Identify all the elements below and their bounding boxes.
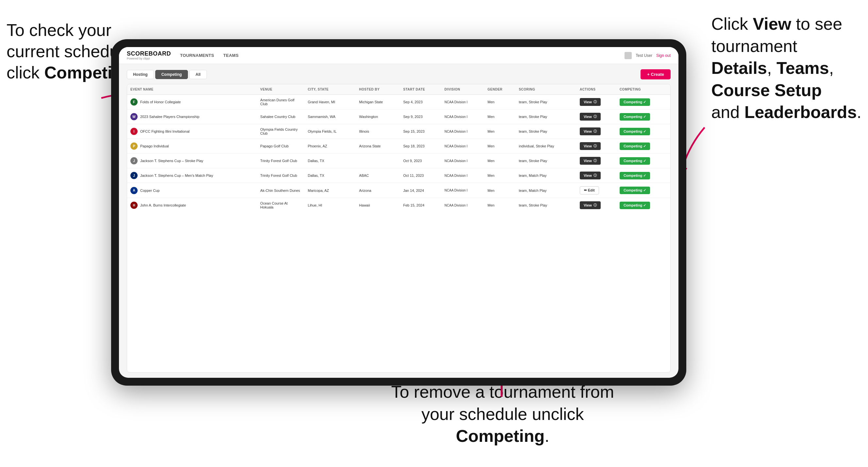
create-button[interactable]: + Create (641, 69, 671, 80)
table-row: A Copper Cup Ak-Chin Southern DunesMaric… (127, 183, 670, 198)
tab-competing[interactable]: Competing (155, 70, 188, 79)
view-button[interactable]: View ⓘ (580, 201, 601, 209)
competing-button[interactable]: Competing ✓ (620, 157, 650, 165)
team-logo: J (130, 172, 137, 179)
team-logo: I (130, 128, 137, 135)
event-name-cell: J Jackson T. Stephens Cup – Stroke Play (127, 154, 257, 168)
event-name: Jackson T. Stephens Cup – Men's Match Pl… (140, 174, 213, 178)
view-button[interactable]: View ⓘ (580, 113, 601, 121)
start-date-cell: Jan 14, 2024 (400, 183, 441, 198)
table-row: F Folds of Honor Collegiate American Dun… (127, 95, 670, 110)
competing-button[interactable]: Competing ✓ (620, 113, 650, 121)
sign-out-link[interactable]: Sign out (656, 53, 671, 58)
col-actions: ACTIONS (577, 84, 616, 95)
col-scoring: SCORING (516, 84, 576, 95)
scoreboard-logo: SCOREBOARD Powered by clippi (127, 51, 171, 60)
competing-button[interactable]: Competing ✓ (620, 143, 650, 150)
competing-button[interactable]: Competing ✓ (620, 187, 650, 194)
scoring-cell: individual, Stroke Play (516, 139, 576, 154)
view-button[interactable]: View ⓘ (580, 98, 601, 106)
view-button[interactable]: View ⓘ (580, 142, 601, 150)
division-cell: NCAA Division I (441, 110, 484, 124)
team-logo: J (130, 157, 137, 164)
event-name: Jackson T. Stephens Cup – Stroke Play (140, 159, 203, 163)
table-header-row: EVENT NAME VENUE CITY, STATE HOSTED BY S… (127, 84, 670, 95)
actions-cell: ✏ Edit (577, 183, 616, 198)
start-date-cell: Sep 9, 2023 (400, 110, 441, 124)
venue-cell: Sahalee Country Club (257, 110, 304, 124)
competing-button[interactable]: Competing ✓ (620, 128, 650, 135)
event-name-cell: A Copper Cup (127, 183, 257, 198)
filter-tabs-bar: Hosting Competing All + Create (127, 69, 671, 80)
table-row: I OFCC Fighting Illini Invitational Olym… (127, 124, 670, 139)
col-city: CITY, STATE (305, 84, 356, 95)
actions-cell: View ⓘ (577, 198, 616, 213)
logo-sub: Powered by clippi (127, 57, 171, 60)
hosted-cell: Illinois (356, 124, 400, 139)
city-cell: Maricopa, AZ (305, 183, 356, 198)
col-start: START DATE (400, 84, 441, 95)
navbar: SCOREBOARD Powered by clippi TOURNAMENTS… (119, 47, 678, 64)
view-button[interactable]: View ⓘ (580, 157, 601, 165)
city-cell: Grand Haven, MI (305, 95, 356, 110)
gender-cell: Men (484, 110, 516, 124)
scoring-cell: team, Stroke Play (516, 95, 576, 110)
event-name-cell: H John A. Burns Intercollegiate (127, 198, 257, 213)
hosted-cell: Arizona (356, 183, 400, 198)
competing-cell: Competing ✓ (616, 139, 670, 154)
table-row: H John A. Burns Intercollegiate Ocean Co… (127, 198, 670, 213)
competing-cell: Competing ✓ (616, 110, 670, 124)
competing-cell: Competing ✓ (616, 183, 670, 198)
table-row: J Jackson T. Stephens Cup – Men's Match … (127, 168, 670, 183)
user-icon (624, 52, 632, 59)
division-cell: NCAA Division I (441, 154, 484, 168)
venue-cell: Olympia Fields Country Club (257, 124, 304, 139)
scoring-cell: team, Stroke Play (516, 124, 576, 139)
view-button[interactable]: View ⓘ (580, 127, 601, 135)
city-cell: Phoenix, AZ (305, 139, 356, 154)
nav-teams[interactable]: TEAMS (223, 52, 239, 59)
table-row: W 2023 Sahalee Players Championship Saha… (127, 110, 670, 124)
division-cell: NCAA Division I (441, 183, 484, 198)
competing-cell: Competing ✓ (616, 168, 670, 183)
division-cell: NCAA Division I (441, 139, 484, 154)
competing-button[interactable]: Competing ✓ (620, 201, 650, 209)
tournaments-table: EVENT NAME VENUE CITY, STATE HOSTED BY S… (127, 84, 670, 212)
nav-right: Test User Sign out (624, 52, 671, 59)
division-cell: NCAA Division I (441, 124, 484, 139)
filter-left: Hosting Competing All (127, 70, 207, 79)
gender-cell: Men (484, 154, 516, 168)
event-name-cell: P Papago Individual (127, 139, 257, 154)
annotation-top-right: Click View to seetournamentDetails, Team… (711, 13, 862, 124)
gender-cell: Men (484, 198, 516, 213)
division-cell: NCAA Division I (441, 168, 484, 183)
edit-button[interactable]: ✏ Edit (580, 186, 599, 194)
actions-cell: View ⓘ (577, 124, 616, 139)
scoring-cell: team, Match Play (516, 168, 576, 183)
competing-cell: Competing ✓ (616, 154, 670, 168)
competing-button[interactable]: Competing ✓ (620, 172, 650, 179)
table-row: J Jackson T. Stephens Cup – Stroke Play … (127, 154, 670, 168)
tablet-screen: SCOREBOARD Powered by clippi TOURNAMENTS… (119, 47, 678, 378)
event-name-cell: F Folds of Honor Collegiate (127, 95, 257, 110)
tablet-frame: SCOREBOARD Powered by clippi TOURNAMENTS… (111, 39, 686, 385)
view-button[interactable]: View ⓘ (580, 172, 601, 179)
actions-cell: View ⓘ (577, 110, 616, 124)
city-cell: Dallas, TX (305, 154, 356, 168)
nav-tournaments[interactable]: TOURNAMENTS (180, 52, 214, 59)
venue-cell: Ak-Chin Southern Dunes (257, 183, 304, 198)
city-cell: Sammamish, WA (305, 110, 356, 124)
city-cell: Olympia Fields, IL (305, 124, 356, 139)
hosted-cell: Hawaii (356, 198, 400, 213)
col-venue: VENUE (257, 84, 304, 95)
tab-all[interactable]: All (189, 70, 207, 79)
scoring-cell: team, Stroke Play (516, 154, 576, 168)
gender-cell: Men (484, 168, 516, 183)
event-name: Folds of Honor Collegiate (140, 100, 181, 104)
competing-button[interactable]: Competing ✓ (620, 98, 650, 106)
tournaments-table-container: EVENT NAME VENUE CITY, STATE HOSTED BY S… (127, 84, 671, 373)
col-event-name: EVENT NAME (127, 84, 257, 95)
tab-hosting[interactable]: Hosting (127, 70, 154, 79)
scoring-cell: team, Stroke Play (516, 198, 576, 213)
venue-cell: Ocean Course At Hokuala (257, 198, 304, 213)
